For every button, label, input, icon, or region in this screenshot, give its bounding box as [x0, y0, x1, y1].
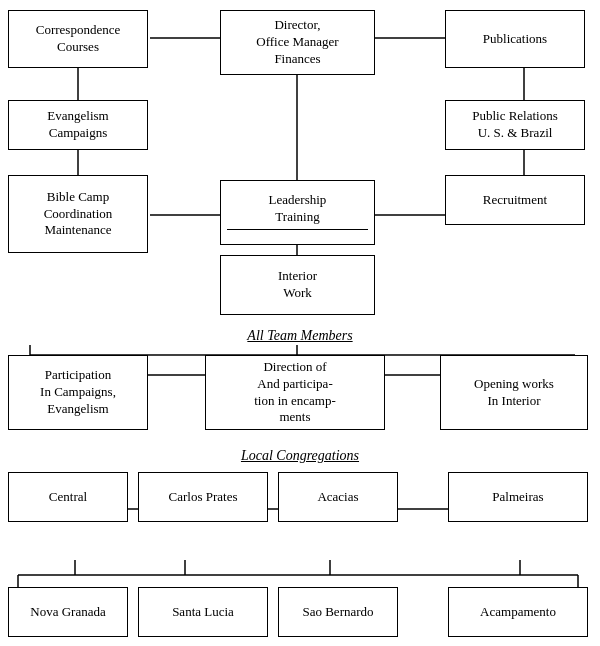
central-label: Central [49, 489, 87, 504]
public-relations-label: Public RelationsU. S. & Brazil [472, 108, 558, 140]
sao-bernardo-box: Sao Bernardo [278, 587, 398, 637]
direction-of-box: Direction ofAnd participa-tion in encamp… [205, 355, 385, 430]
recruitment-box: Recruitment [445, 175, 585, 225]
leadership-label: LeadershipTraining [269, 192, 327, 224]
opening-works-box: Opening worksIn Interior [440, 355, 588, 430]
director-box: Director,Office ManagerFinances [220, 10, 375, 75]
santa-lucia-box: Santa Lucia [138, 587, 268, 637]
direction-of-label: Direction ofAnd participa-tion in encamp… [254, 359, 336, 425]
acacias-box: Acacias [278, 472, 398, 522]
recruitment-label: Recruitment [483, 192, 547, 207]
evangelism-box: EvangelismCampaigns [8, 100, 148, 150]
biblecamp-label: Bible CampCoordinationMaintenance [44, 189, 113, 238]
biblecamp-box: Bible CampCoordinationMaintenance [8, 175, 148, 253]
participation-label: ParticipationIn Campaigns,Evangelism [40, 367, 116, 416]
all-team-members-label: All Team Members [160, 328, 440, 344]
org-chart: Correspondence Courses Director,Office M… [0, 0, 600, 646]
carlos-prates-box: Carlos Prates [138, 472, 268, 522]
opening-works-label: Opening worksIn Interior [474, 376, 554, 408]
publications-label: Publications [483, 31, 547, 46]
acampamento-label: Acampamento [480, 604, 556, 619]
palmeiras-box: Palmeiras [448, 472, 588, 522]
correspondence-label: Correspondence Courses [36, 22, 120, 54]
santa-lucia-label: Santa Lucia [172, 604, 234, 619]
interior-work-label: InteriorWork [278, 268, 317, 300]
acacias-label: Acacias [317, 489, 358, 504]
acampamento-box: Acampamento [448, 587, 588, 637]
nova-granada-label: Nova Granada [30, 604, 105, 619]
evangelism-label: EvangelismCampaigns [47, 108, 108, 140]
nova-granada-box: Nova Granada [8, 587, 128, 637]
correspondence-box: Correspondence Courses [8, 10, 148, 68]
all-team-members-text: All Team Members [247, 328, 352, 343]
sao-bernardo-label: Sao Bernardo [302, 604, 373, 619]
director-label: Director,Office ManagerFinances [256, 17, 338, 66]
public-relations-box: Public RelationsU. S. & Brazil [445, 100, 585, 150]
interior-work-box: InteriorWork [220, 255, 375, 315]
publications-box: Publications [445, 10, 585, 68]
leadership-box: LeadershipTraining [220, 180, 375, 245]
central-box: Central [8, 472, 128, 522]
local-congregations-text: Local Congregations [241, 448, 359, 463]
carlos-prates-label: Carlos Prates [169, 489, 238, 504]
palmeiras-label: Palmeiras [492, 489, 543, 504]
local-congregations-label: Local Congregations [160, 448, 440, 464]
participation-box: ParticipationIn Campaigns,Evangelism [8, 355, 148, 430]
